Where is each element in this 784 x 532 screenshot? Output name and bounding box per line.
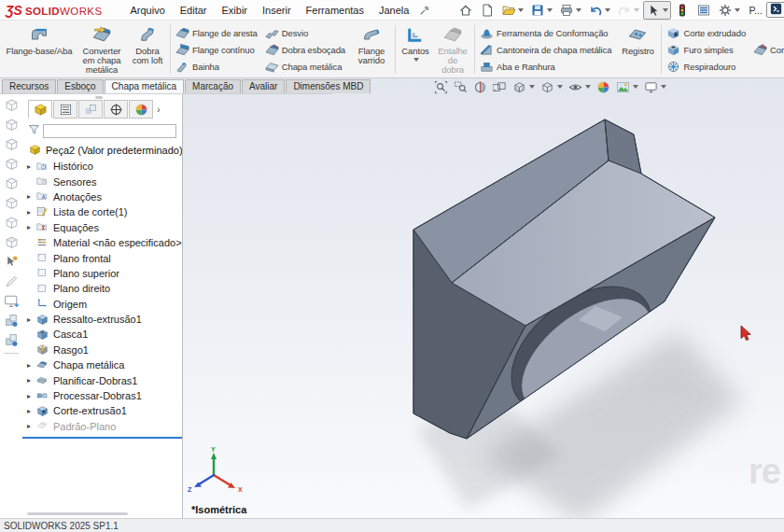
tab-esboco[interactable]: Esboço bbox=[57, 79, 103, 93]
ribbon-button-desvio[interactable]: Desvio bbox=[263, 25, 349, 41]
ribbon-button-flange-base-aba[interactable]: Flange-base/Aba bbox=[2, 22, 77, 77]
panel-horizontal-scrollbar[interactable] bbox=[27, 512, 128, 515]
tab-dimensoes-mbd[interactable]: Dimensões MBD bbox=[286, 79, 371, 93]
tree-item-rasgo1[interactable]: Rasgo1 bbox=[22, 343, 182, 357]
ribbon-button-flange-continuo[interactable]: Flange contínuo bbox=[174, 42, 261, 58]
tree-item-origem[interactable]: Origem bbox=[22, 297, 182, 312]
tree-item-material-nao-especificado[interactable]: Material <não especificado> bbox=[22, 235, 182, 250]
tree-item-plano-direito[interactable]: Plano direito bbox=[22, 281, 182, 296]
tree-filter-input[interactable] bbox=[43, 124, 176, 138]
expand-arrow[interactable] bbox=[24, 361, 34, 370]
tree-item-equacoes[interactable]: ΣEquações bbox=[22, 220, 182, 235]
expand-arrow[interactable] bbox=[24, 162, 34, 171]
ribbon-button-chapa-metalica[interactable]: Chapa metálica bbox=[263, 59, 349, 75]
ribbon-button-ferramenta-de-conformacao[interactable]: Ferramenta de Conformação bbox=[478, 25, 615, 41]
dropdown-caret[interactable] bbox=[576, 8, 581, 12]
cube-wire-3-icon[interactable] bbox=[1, 134, 21, 153]
ribbon-button-respiradouro[interactable]: Respiradouro bbox=[665, 59, 749, 75]
panel-tabs-scroll-arrow[interactable]: › bbox=[157, 104, 161, 115]
panel-tab-propertymanager[interactable] bbox=[53, 100, 77, 119]
select-cube-icon[interactable] bbox=[1, 252, 21, 271]
expand-arrow[interactable] bbox=[24, 223, 34, 231]
display-style-button[interactable] bbox=[539, 80, 564, 94]
panel-tab-displaymanager[interactable] bbox=[129, 100, 153, 119]
cube-wire-7-icon[interactable] bbox=[1, 213, 21, 231]
undo-button[interactable] bbox=[585, 1, 613, 20]
cube-wire-5-icon[interactable] bbox=[1, 174, 21, 192]
dropdown-caret[interactable] bbox=[633, 85, 638, 89]
ribbon-button-corte-extrudado[interactable]: Corte extrudado bbox=[665, 25, 749, 41]
ribbon-button-dobra-com-loft[interactable]: Dobra com loft bbox=[127, 22, 168, 77]
ribbon-button-furo-simples[interactable]: Furo simples bbox=[665, 42, 749, 58]
dropdown-caret[interactable] bbox=[529, 85, 535, 89]
section-view-button[interactable] bbox=[472, 80, 488, 94]
ribbon-button-aba-e-ranhura[interactable]: Aba e Ranhura bbox=[478, 59, 615, 75]
tree-item-padrao-plano[interactable]: Padrão-Plano bbox=[22, 419, 182, 434]
view-orientation-button[interactable] bbox=[511, 80, 536, 94]
tree-item-plano-superior[interactable]: Plano superior bbox=[22, 266, 182, 281]
ribbon-button-corte-normal[interactable]: Corte normal bbox=[751, 42, 784, 58]
tree-item-planificar-dobras1[interactable]: Planificar-Dobras1 bbox=[22, 372, 182, 387]
tree-item-lista-de-corte-1[interactable]: Lista de corte(1) bbox=[22, 204, 182, 219]
ribbon-button-dobra-esbocada[interactable]: Dobra esboçada bbox=[263, 42, 349, 58]
tree-item-casca1[interactable]: Casca1 bbox=[22, 327, 182, 342]
layer-cubes-2-icon[interactable] bbox=[1, 330, 21, 349]
tree-item-corte-extrusao1[interactable]: Corte-extrusão1 bbox=[22, 403, 182, 418]
menu-inserir[interactable]: Inserir bbox=[255, 2, 299, 19]
expand-arrow[interactable] bbox=[24, 376, 34, 385]
graphics-viewport[interactable]: *Isométrica re Y X Z bbox=[183, 78, 784, 518]
redo-button[interactable] bbox=[614, 1, 642, 20]
ribbon-button-cantoneira-de-chapa-metalica[interactable]: Cantoneira de chapa metálica bbox=[478, 42, 615, 58]
search-box[interactable] bbox=[766, 2, 784, 18]
tree-item-sensores[interactable]: Sensores bbox=[22, 174, 182, 189]
menu-editar[interactable]: Editar bbox=[173, 2, 215, 19]
pin-menubar-icon[interactable] bbox=[418, 4, 431, 17]
cube-shaded-icon[interactable] bbox=[1, 232, 21, 251]
ribbon-button-converter-em-chapa-metalica[interactable]: Converter em chapa metálica bbox=[77, 22, 127, 77]
panel-tab-configurationmanager[interactable] bbox=[78, 100, 103, 119]
menu-ferramentas[interactable]: Ferramentas bbox=[299, 2, 371, 19]
edit-appearance-button[interactable] bbox=[595, 80, 611, 94]
open-button[interactable] bbox=[498, 1, 526, 20]
panel-splitter-handle[interactable] bbox=[95, 96, 103, 99]
panel-tab-dimxpertmanager[interactable] bbox=[104, 100, 128, 119]
expand-arrow[interactable] bbox=[24, 315, 34, 324]
panel-tab-featuremanager[interactable] bbox=[28, 100, 52, 119]
expand-arrow[interactable] bbox=[24, 422, 34, 430]
print-button[interactable] bbox=[556, 1, 584, 20]
cube-wire-1-icon[interactable] bbox=[1, 95, 21, 114]
ribbon-button-flange-de-aresta[interactable]: Flange de aresta bbox=[174, 25, 261, 41]
expand-arrow[interactable] bbox=[24, 192, 34, 201]
menu-arquivo[interactable]: Arquivo bbox=[122, 2, 172, 19]
dropdown-caret[interactable] bbox=[518, 8, 524, 12]
rebuild-button[interactable] bbox=[672, 1, 693, 20]
dropdown-caret[interactable] bbox=[547, 8, 553, 12]
dropdown-caret[interactable] bbox=[735, 8, 740, 12]
ribbon-button-cantos[interactable]: Cantos bbox=[398, 22, 433, 77]
options-button[interactable] bbox=[715, 1, 743, 20]
tree-item-anotacoes[interactable]: AAnotações bbox=[22, 189, 182, 204]
dropdown-caret[interactable] bbox=[557, 85, 563, 89]
hide-show-items-button[interactable] bbox=[567, 80, 592, 94]
ribbon-button-registro[interactable]: Registro bbox=[616, 22, 659, 77]
tree-item-ressalto-extrusao1[interactable]: Ressalto-extrusão1 bbox=[22, 312, 182, 327]
home-button[interactable] bbox=[455, 1, 476, 20]
tree-root-item[interactable]: Peça2 (Valor predeterminado) <<Valor bbox=[26, 143, 182, 157]
tab-chapa-metalica[interactable]: Chapa metálica bbox=[105, 79, 184, 93]
menu-janela[interactable]: Janela bbox=[371, 2, 416, 19]
view-settings-button[interactable] bbox=[643, 80, 667, 94]
tree-item-plano-frontal[interactable]: Plano frontal bbox=[22, 250, 182, 265]
tree-item-processar-dobras1[interactable]: Processar-Dobras1 bbox=[22, 388, 182, 403]
zoom-area-button[interactable] bbox=[453, 80, 469, 94]
dropdown-caret[interactable] bbox=[661, 85, 666, 89]
layer-cubes-1-icon[interactable] bbox=[1, 311, 21, 329]
tree-item-historico[interactable]: Histórico bbox=[22, 159, 182, 174]
expand-arrow[interactable] bbox=[24, 208, 34, 217]
dropdown-caret[interactable] bbox=[413, 58, 419, 62]
ribbon-button-flange-varrido[interactable]: Flange varrido bbox=[350, 22, 393, 77]
tree-item-chapa-metalica[interactable]: Chapa metálica bbox=[22, 357, 182, 372]
dropdown-caret[interactable] bbox=[663, 8, 668, 12]
rollback-bar[interactable] bbox=[22, 437, 182, 439]
dropdown-caret[interactable] bbox=[585, 85, 591, 89]
previous-view-button[interactable] bbox=[492, 80, 508, 94]
